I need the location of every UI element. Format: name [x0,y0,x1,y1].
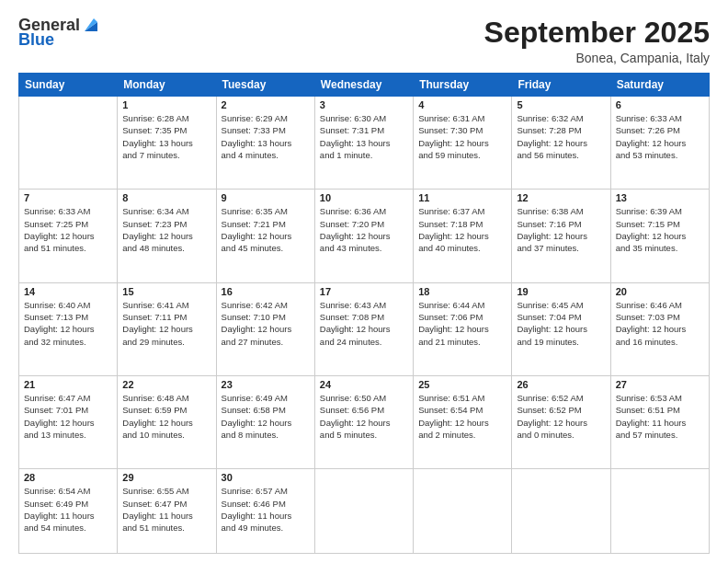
calendar-day-cell: 2Sunrise: 6:29 AMSunset: 7:33 PMDaylight… [216,97,314,190]
calendar-day-cell [414,469,512,554]
day-number: 7 [24,192,112,203]
day-number: 6 [616,99,704,110]
day-info: Sunrise: 6:30 AMSunset: 7:31 PMDaylight:… [320,112,408,161]
day-number: 23 [222,379,310,390]
calendar-day-cell: 7Sunrise: 6:33 AMSunset: 7:25 PMDaylight… [19,190,118,282]
title-block: September 2025 Bonea, Campania, Italy [484,17,710,65]
day-number: 27 [616,379,704,390]
day-info: Sunrise: 6:45 AMSunset: 7:04 PMDaylight:… [517,299,605,348]
day-info: Sunrise: 6:52 AMSunset: 6:52 PMDaylight:… [517,392,605,441]
day-number: 1 [122,99,210,110]
day-number: 8 [122,192,210,203]
day-info: Sunrise: 6:31 AMSunset: 7:30 PMDaylight:… [418,112,506,161]
day-info: Sunrise: 6:35 AMSunset: 7:21 PMDaylight:… [222,205,310,254]
day-number: 13 [616,192,704,203]
calendar-day-cell: 21Sunrise: 6:47 AMSunset: 7:01 PMDayligh… [19,376,118,469]
day-info: Sunrise: 6:29 AMSunset: 7:33 PMDaylight:… [222,112,310,161]
calendar-day-cell: 9Sunrise: 6:35 AMSunset: 7:21 PMDaylight… [216,190,314,282]
day-info: Sunrise: 6:43 AMSunset: 7:08 PMDaylight:… [320,299,408,348]
day-number: 4 [418,99,506,110]
day-info: Sunrise: 6:39 AMSunset: 7:15 PMDaylight:… [616,205,704,254]
weekday-header-monday: Monday [118,74,216,97]
day-info: Sunrise: 6:42 AMSunset: 7:10 PMDaylight:… [222,299,310,348]
day-number: 2 [222,99,310,110]
day-info: Sunrise: 6:33 AMSunset: 7:26 PMDaylight:… [616,112,704,161]
logo-icon [81,15,101,35]
calendar-day-cell: 26Sunrise: 6:52 AMSunset: 6:52 PMDayligh… [512,376,610,469]
calendar-day-cell: 25Sunrise: 6:51 AMSunset: 6:54 PMDayligh… [414,376,512,469]
day-info: Sunrise: 6:37 AMSunset: 7:18 PMDaylight:… [418,205,506,254]
weekday-header-sunday: Sunday [19,74,118,97]
calendar-day-cell: 28Sunrise: 6:54 AMSunset: 6:49 PMDayligh… [19,469,118,554]
calendar-day-cell: 24Sunrise: 6:50 AMSunset: 6:56 PMDayligh… [314,376,413,469]
day-number: 30 [222,472,310,483]
calendar-day-cell [19,97,118,190]
calendar-day-cell: 4Sunrise: 6:31 AMSunset: 7:30 PMDaylight… [414,97,512,190]
calendar-week-row: 14Sunrise: 6:40 AMSunset: 7:13 PMDayligh… [19,282,710,375]
day-number: 15 [122,286,210,297]
day-number: 29 [122,472,210,483]
calendar-week-row: 1Sunrise: 6:28 AMSunset: 7:35 PMDaylight… [19,97,710,190]
header: General Blue September 2025 Bonea, Campa… [18,17,710,65]
day-info: Sunrise: 6:33 AMSunset: 7:25 PMDaylight:… [24,205,112,254]
calendar-day-cell: 23Sunrise: 6:49 AMSunset: 6:58 PMDayligh… [216,376,314,469]
day-info: Sunrise: 6:48 AMSunset: 6:59 PMDaylight:… [122,392,210,441]
calendar-day-cell [512,469,610,554]
calendar-week-row: 21Sunrise: 6:47 AMSunset: 7:01 PMDayligh… [19,376,710,469]
day-info: Sunrise: 6:54 AMSunset: 6:49 PMDaylight:… [24,485,112,534]
logo-blue-text: Blue [18,31,54,50]
calendar-day-cell: 10Sunrise: 6:36 AMSunset: 7:20 PMDayligh… [314,190,413,282]
day-info: Sunrise: 6:28 AMSunset: 7:35 PMDaylight:… [122,112,210,161]
calendar-day-cell: 5Sunrise: 6:32 AMSunset: 7:28 PMDaylight… [512,97,610,190]
calendar-week-row: 28Sunrise: 6:54 AMSunset: 6:49 PMDayligh… [19,469,710,554]
location-title: Bonea, Campania, Italy [484,51,710,65]
calendar-day-cell: 27Sunrise: 6:53 AMSunset: 6:51 PMDayligh… [610,376,709,469]
calendar-day-cell: 19Sunrise: 6:45 AMSunset: 7:04 PMDayligh… [512,282,610,375]
day-number: 20 [616,286,704,297]
day-info: Sunrise: 6:36 AMSunset: 7:20 PMDaylight:… [320,205,408,254]
day-info: Sunrise: 6:50 AMSunset: 6:56 PMDaylight:… [320,392,408,441]
day-info: Sunrise: 6:53 AMSunset: 6:51 PMDaylight:… [616,392,704,441]
day-number: 16 [222,286,310,297]
month-title: September 2025 [484,17,710,49]
day-number: 18 [418,286,506,297]
day-number: 26 [517,379,605,390]
weekday-header-tuesday: Tuesday [216,74,314,97]
page: General Blue September 2025 Bonea, Campa… [0,0,728,563]
calendar-day-cell: 6Sunrise: 6:33 AMSunset: 7:26 PMDaylight… [610,97,709,190]
calendar-day-cell: 17Sunrise: 6:43 AMSunset: 7:08 PMDayligh… [314,282,413,375]
calendar-day-cell: 8Sunrise: 6:34 AMSunset: 7:23 PMDaylight… [118,190,216,282]
day-info: Sunrise: 6:51 AMSunset: 6:54 PMDaylight:… [418,392,506,441]
day-info: Sunrise: 6:55 AMSunset: 6:47 PMDaylight:… [122,485,210,534]
day-number: 24 [320,379,408,390]
calendar-day-cell: 22Sunrise: 6:48 AMSunset: 6:59 PMDayligh… [118,376,216,469]
calendar-day-cell: 29Sunrise: 6:55 AMSunset: 6:47 PMDayligh… [118,469,216,554]
day-number: 9 [222,192,310,203]
calendar-day-cell: 18Sunrise: 6:44 AMSunset: 7:06 PMDayligh… [414,282,512,375]
day-info: Sunrise: 6:44 AMSunset: 7:06 PMDaylight:… [418,299,506,348]
day-info: Sunrise: 6:34 AMSunset: 7:23 PMDaylight:… [122,205,210,254]
calendar-day-cell: 15Sunrise: 6:41 AMSunset: 7:11 PMDayligh… [118,282,216,375]
day-number: 3 [320,99,408,110]
calendar-day-cell [610,469,709,554]
day-number: 21 [24,379,112,390]
calendar-day-cell: 30Sunrise: 6:57 AMSunset: 6:46 PMDayligh… [216,469,314,554]
day-info: Sunrise: 6:46 AMSunset: 7:03 PMDaylight:… [616,299,704,348]
weekday-header-thursday: Thursday [414,74,512,97]
calendar-day-cell: 16Sunrise: 6:42 AMSunset: 7:10 PMDayligh… [216,282,314,375]
day-number: 5 [517,99,605,110]
weekday-header-friday: Friday [512,74,610,97]
weekday-header-wednesday: Wednesday [314,74,413,97]
calendar-day-cell: 13Sunrise: 6:39 AMSunset: 7:15 PMDayligh… [610,190,709,282]
calendar-day-cell: 12Sunrise: 6:38 AMSunset: 7:16 PMDayligh… [512,190,610,282]
day-number: 22 [122,379,210,390]
calendar-table: SundayMondayTuesdayWednesdayThursdayFrid… [18,73,710,554]
calendar-day-cell: 11Sunrise: 6:37 AMSunset: 7:18 PMDayligh… [414,190,512,282]
day-number: 12 [517,192,605,203]
day-info: Sunrise: 6:40 AMSunset: 7:13 PMDaylight:… [24,299,112,348]
calendar-header-row: SundayMondayTuesdayWednesdayThursdayFrid… [19,74,710,97]
day-number: 17 [320,286,408,297]
calendar-day-cell: 20Sunrise: 6:46 AMSunset: 7:03 PMDayligh… [610,282,709,375]
day-number: 10 [320,192,408,203]
day-number: 19 [517,286,605,297]
